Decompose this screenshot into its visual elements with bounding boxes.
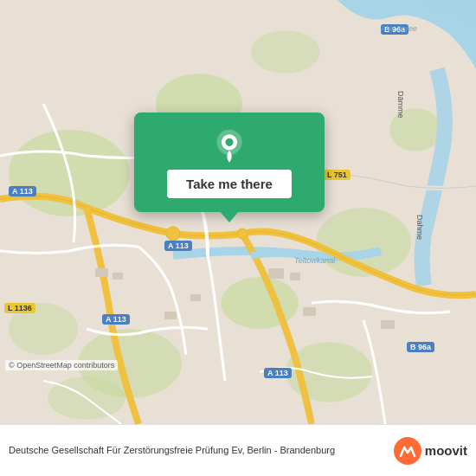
svg-rect-16 [290, 273, 300, 280]
badge-a113-center: A 113 [164, 241, 192, 251]
badge-a113-bottom-left: A 113 [102, 314, 130, 325]
svg-rect-13 [95, 268, 108, 277]
moovit-text-label: moovit [425, 443, 467, 458]
svg-point-11 [166, 227, 180, 241]
label-dahme: Dahme [415, 215, 424, 240]
osm-attribution: © OpenStreetMap contributors [5, 360, 118, 370]
svg-rect-17 [303, 307, 316, 316]
svg-point-3 [221, 277, 299, 329]
bottom-bar: Deutsche Gesellschaft Für Zerstörungsfre… [0, 424, 476, 476]
svg-point-9 [251, 30, 320, 74]
svg-point-23 [225, 138, 233, 146]
svg-rect-15 [268, 268, 284, 279]
label-alte-spree: Alte Spree [381, 24, 417, 33]
map-pin-icon [212, 128, 247, 163]
moovit-icon [394, 437, 421, 465]
badge-a113-bottom-right: A 113 [264, 368, 292, 378]
svg-rect-19 [164, 312, 177, 319]
location-description: Deutsche Gesellschaft Für Zerstörungsfre… [9, 444, 387, 457]
badge-b96a-bottom: B 96a [407, 342, 434, 352]
svg-rect-18 [190, 294, 201, 301]
badge-a113-left: A 113 [9, 186, 36, 196]
map-container: B 96a B 96a A 113 A 113 A 113 A 113 L 75… [0, 0, 476, 424]
cta-card: Take me there [134, 113, 325, 212]
badge-l751: L 751 [324, 170, 351, 180]
label-damme: Dämme [396, 91, 405, 119]
badge-l1136: L 1136 [4, 303, 35, 313]
label-teltowkanal: Teltowkanal [294, 256, 335, 265]
take-me-there-button[interactable]: Take me there [167, 170, 292, 198]
moovit-logo[interactable]: moovit [394, 437, 467, 465]
svg-point-12 [237, 228, 248, 239]
svg-rect-14 [113, 273, 123, 280]
svg-rect-20 [381, 320, 395, 329]
